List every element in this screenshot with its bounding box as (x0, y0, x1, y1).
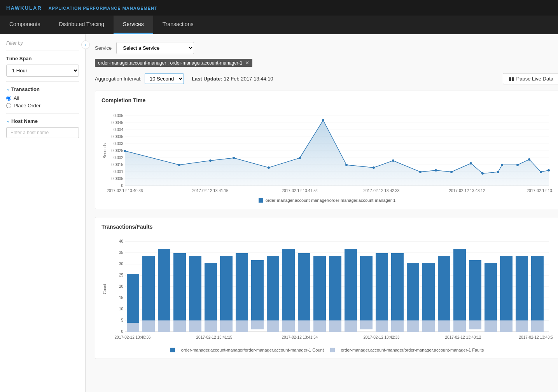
svg-point-31 (345, 164, 348, 166)
completion-time-chart-section: Completion Time Seconds 0 0.0005 0.001 0… (95, 91, 558, 209)
legend-count-label: order-manager.account-manager/order-mana… (181, 348, 324, 352)
svg-rect-72 (142, 256, 155, 320)
svg-text:0.0005: 0.0005 (111, 177, 123, 181)
time-span-select[interactable]: 1 Hour 6 Hours 12 Hours 24 Hours (6, 65, 79, 77)
sidebar-toggle[interactable]: ‹ (81, 40, 90, 49)
svg-rect-92 (298, 253, 310, 320)
host-name-label: Host Name (11, 118, 38, 124)
svg-rect-108 (422, 263, 435, 320)
nav-components[interactable]: Components (0, 16, 49, 34)
svg-text:40: 40 (119, 239, 124, 243)
svg-rect-120 (516, 256, 528, 320)
svg-point-34 (419, 171, 422, 173)
pause-label: Pause Live Data (516, 76, 553, 82)
service-tag-text: order-manager.account-manager : order-ma… (98, 60, 243, 66)
nav-transactions[interactable]: Transactions (153, 16, 203, 34)
svg-text:Seconds: Seconds (103, 144, 107, 159)
svg-rect-85 (236, 320, 248, 332)
host-name-input[interactable] (6, 127, 79, 138)
svg-text:20: 20 (119, 284, 124, 289)
service-tag-close[interactable]: ✕ (245, 60, 249, 66)
svg-rect-86 (251, 260, 264, 320)
svg-rect-107 (407, 320, 419, 332)
svg-rect-105 (391, 320, 404, 332)
svg-rect-79 (189, 320, 201, 332)
main-content: Service Select a Service order-manager.a… (86, 34, 558, 392)
legend-box-count (170, 348, 175, 352)
legend-faults-label: order-manager.account-manager/order-mana… (341, 348, 484, 352)
svg-rect-102 (376, 253, 388, 320)
host-name-section[interactable]: ⌄ Host Name (6, 118, 79, 124)
svg-rect-93 (298, 320, 310, 332)
svg-text:0: 0 (121, 184, 123, 188)
svg-rect-91 (282, 320, 295, 332)
svg-point-24 (124, 150, 126, 152)
svg-text:0: 0 (121, 329, 123, 334)
svg-text:0.0025: 0.0025 (111, 149, 123, 153)
svg-rect-111 (438, 320, 450, 332)
bar-group (127, 249, 544, 332)
svg-point-38 (481, 172, 484, 175)
svg-rect-81 (205, 320, 217, 332)
filter-label: Filter by (6, 40, 79, 46)
svg-rect-122 (531, 256, 544, 320)
pause-live-data-button[interactable]: ▮▮ Pause Live Data (503, 73, 558, 84)
completion-time-title: Completion Time (101, 97, 553, 103)
brand-bold: HAWKULAR (6, 5, 42, 11)
service-label: Service (95, 45, 112, 51)
svg-rect-87 (251, 320, 264, 329)
svg-rect-94 (313, 256, 326, 320)
svg-rect-82 (220, 256, 233, 320)
svg-text:2017-02-12 13:42:33: 2017-02-12 13:42:33 (364, 335, 400, 340)
svg-point-43 (540, 171, 542, 173)
svg-text:30: 30 (119, 262, 124, 266)
svg-rect-112 (453, 249, 466, 320)
completion-time-chart: Seconds 0 0.0005 0.001 0.0015 0.002 0.00… (101, 108, 553, 195)
svg-text:15: 15 (119, 296, 124, 300)
svg-rect-101 (360, 320, 373, 329)
sidebar: ‹ Filter by Time Span 1 Hour 6 Hours 12 … (0, 34, 86, 392)
svg-text:35: 35 (119, 250, 124, 255)
svg-rect-104 (391, 253, 404, 320)
svg-point-41 (516, 164, 519, 166)
pause-icon: ▮▮ (509, 76, 514, 82)
svg-text:10: 10 (119, 307, 124, 311)
agg-select[interactable]: 10 Second 30 Second 1 Minute 5 Minute (145, 74, 184, 84)
svg-text:2017-02-12 13:42:33: 2017-02-12 13:42:33 (364, 189, 400, 193)
svg-point-29 (299, 157, 301, 159)
brand: HAWKULAR APPLICATION PERFORMANCE MANAGEM… (6, 5, 157, 11)
last-update-label: Last Update: (192, 76, 222, 82)
transaction-chevron: ⌄ (6, 87, 10, 92)
transaction-section[interactable]: ⌄ Transaction (6, 86, 79, 92)
svg-point-44 (548, 169, 550, 172)
radio-place-order[interactable]: Place Order (6, 103, 79, 108)
service-tag: order-manager.account-manager : order-ma… (95, 59, 252, 67)
brand-subtitle: APPLICATION PERFORMANCE MANAGEMENT (49, 6, 157, 10)
svg-text:2017-02-12 13:43:50: 2017-02-12 13:43:50 (527, 189, 553, 193)
svg-point-25 (178, 164, 180, 166)
radio-all[interactable]: All (6, 95, 79, 101)
svg-text:0.003: 0.003 (114, 142, 123, 146)
svg-rect-84 (236, 253, 248, 320)
svg-point-28 (268, 166, 270, 169)
service-select[interactable]: Select a Service (116, 42, 194, 54)
transaction-radio-group: All Place Order (6, 95, 79, 108)
svg-rect-119 (500, 320, 513, 332)
svg-text:5: 5 (121, 318, 123, 322)
svg-rect-123 (531, 320, 544, 332)
faults-chart-section: Transactions/Faults Count 0 5 10 15 20 (95, 217, 558, 359)
svg-rect-114 (469, 260, 481, 320)
nav-services[interactable]: Services (114, 16, 153, 34)
faults-svg: Count 0 5 10 15 20 25 30 (101, 234, 553, 343)
svg-text:2017-02-12 13:40:36: 2017-02-12 13:40:36 (107, 189, 143, 193)
svg-text:0.0015: 0.0015 (111, 163, 123, 167)
completion-time-legend: order-manager.account-manager/order-mana… (101, 198, 553, 203)
svg-rect-118 (500, 256, 513, 320)
last-update-value: 12 Feb 2017 13:44:10 (224, 76, 273, 82)
nav-distributed-tracing[interactable]: Distributed Tracing (49, 16, 114, 34)
svg-point-35 (435, 169, 437, 172)
svg-text:0.0045: 0.0045 (111, 121, 123, 125)
svg-rect-103 (376, 320, 388, 332)
svg-point-42 (528, 158, 530, 161)
svg-rect-76 (173, 253, 186, 320)
